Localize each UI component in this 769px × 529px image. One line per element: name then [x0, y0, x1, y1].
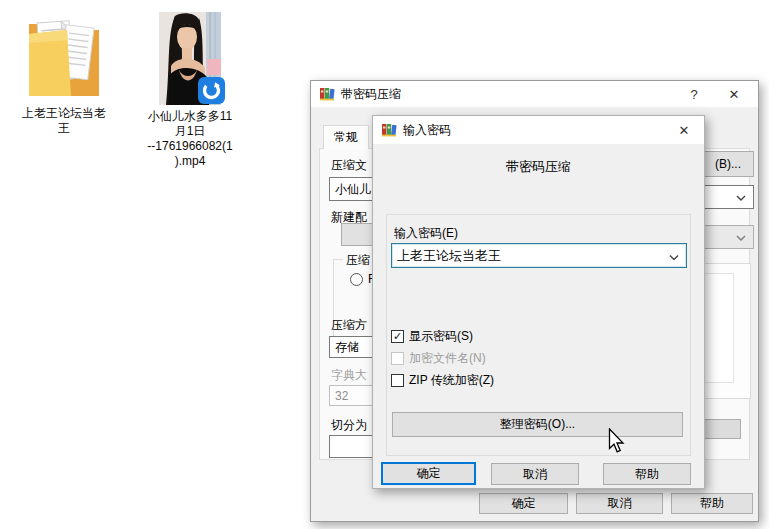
desktop: 上老王论坛当老 王 [0, 0, 769, 529]
password-label: 输入密码(E) [394, 225, 458, 242]
password-combobox[interactable]: 上老王论坛当老王 [391, 243, 687, 268]
outer-dialog-title: 带密码压缩 [341, 86, 401, 103]
checkbox-checked-icon: ✓ [391, 330, 404, 343]
close-icon[interactable]: ✕ [668, 116, 700, 144]
chevron-down-icon [736, 190, 746, 204]
encrypt-filenames-checkbox: 加密文件名(N) [391, 350, 486, 367]
outer-ok-button[interactable]: 确定 [479, 493, 568, 514]
inner-titlebar[interactable]: 输入密码 [373, 116, 704, 144]
radio-icon [350, 273, 363, 286]
dialog-heading: 带密码压缩 [373, 158, 704, 176]
enter-password-dialog: 输入密码 ✕ 带密码压缩 输入密码(E) 上老王论坛当老王 ✓ 显示密码(S) … [372, 115, 705, 489]
folder-icon [23, 10, 105, 106]
help-button[interactable]: 帮助 [603, 463, 691, 485]
inner-dialog-title: 输入密码 [403, 122, 451, 139]
video-thumbnail [159, 12, 221, 105]
chevron-down-icon [669, 248, 679, 263]
player-badge-icon [198, 77, 225, 108]
dictionary-label: 字典大 [331, 367, 367, 384]
tab-general[interactable]: 常规 [323, 125, 369, 149]
outer-cancel-button[interactable]: 取消 [576, 493, 663, 514]
show-password-checkbox[interactable]: ✓ 显示密码(S) [391, 328, 473, 345]
format-group-label: 压缩 [343, 252, 373, 269]
chevron-down-icon [736, 230, 746, 244]
help-icon[interactable]: ? [678, 81, 710, 107]
zip-legacy-encryption-checkbox[interactable]: ZIP 传统加密(Z) [391, 372, 494, 389]
video-label: 小仙儿水多多11 月1日 --1761966082(1 ).mp4 [134, 109, 246, 169]
checkbox-unchecked-icon [391, 352, 404, 365]
outer-help-button[interactable]: 帮助 [671, 493, 753, 514]
ok-button[interactable]: 确定 [381, 462, 476, 485]
winrar-icon [381, 122, 397, 138]
organize-passwords-button[interactable]: 整理密码(O)... [392, 412, 683, 437]
cancel-button[interactable]: 取消 [491, 463, 579, 485]
close-icon[interactable]: ✕ [718, 81, 750, 107]
folder-label: 上老王论坛当老 王 [8, 106, 120, 136]
split-label: 切分为 [331, 417, 367, 434]
mouse-cursor-icon [608, 428, 626, 459]
desktop-icon-folder[interactable]: 上老王论坛当老 王 [8, 10, 120, 136]
archive-name-label: 压缩文 [331, 157, 367, 174]
checkbox-unchecked-icon [391, 374, 404, 387]
method-label: 压缩方 [331, 317, 367, 334]
winrar-icon [319, 86, 335, 102]
desktop-icon-video[interactable]: 小仙儿水多多11 月1日 --1761966082(1 ).mp4 [134, 12, 246, 169]
